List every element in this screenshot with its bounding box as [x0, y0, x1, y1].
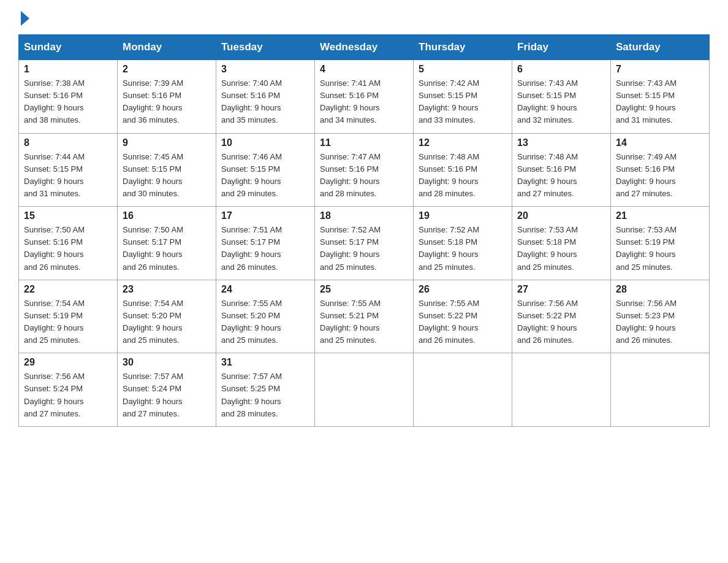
day-cell [414, 353, 512, 427]
logo [18, 12, 29, 23]
day-number: 6 [517, 64, 605, 75]
day-info: Sunrise: 7:45 AMSunset: 5:15 PMDaylight:… [123, 151, 211, 201]
week-row-3: 15Sunrise: 7:50 AMSunset: 5:16 PMDayligh… [19, 207, 710, 280]
day-number: 11 [320, 137, 408, 148]
day-cell: 23Sunrise: 7:54 AMSunset: 5:20 PMDayligh… [118, 280, 216, 353]
day-info: Sunrise: 7:55 AMSunset: 5:21 PMDaylight:… [320, 297, 408, 347]
day-cell: 5Sunrise: 7:42 AMSunset: 5:15 PMDaylight… [414, 60, 512, 134]
header-friday: Friday [512, 35, 611, 60]
header-wednesday: Wednesday [315, 35, 414, 60]
day-info: Sunrise: 7:44 AMSunset: 5:15 PMDaylight:… [24, 151, 112, 201]
day-cell: 13Sunrise: 7:48 AMSunset: 5:16 PMDayligh… [512, 133, 611, 207]
day-cell: 8Sunrise: 7:44 AMSunset: 5:15 PMDaylight… [19, 133, 118, 207]
header-row: SundayMondayTuesdayWednesdayThursdayFrid… [19, 35, 710, 60]
day-info: Sunrise: 7:57 AMSunset: 5:24 PMDaylight:… [123, 370, 211, 420]
day-number: 15 [24, 210, 112, 221]
day-cell: 18Sunrise: 7:52 AMSunset: 5:17 PMDayligh… [315, 207, 414, 280]
day-number: 14 [616, 137, 704, 148]
day-info: Sunrise: 7:56 AMSunset: 5:22 PMDaylight:… [517, 297, 605, 347]
day-number: 8 [24, 137, 112, 148]
day-cell: 14Sunrise: 7:49 AMSunset: 5:16 PMDayligh… [611, 133, 710, 207]
day-number: 3 [221, 64, 309, 75]
day-info: Sunrise: 7:52 AMSunset: 5:18 PMDaylight:… [419, 224, 507, 274]
day-number: 27 [517, 284, 605, 295]
day-info: Sunrise: 7:43 AMSunset: 5:15 PMDaylight:… [616, 77, 704, 127]
day-cell: 2Sunrise: 7:39 AMSunset: 5:16 PMDaylight… [118, 60, 216, 134]
day-cell [512, 353, 611, 427]
calendar-table: SundayMondayTuesdayWednesdayThursdayFrid… [18, 34, 710, 427]
day-cell: 1Sunrise: 7:38 AMSunset: 5:16 PMDaylight… [19, 60, 118, 134]
day-number: 10 [221, 137, 309, 148]
day-number: 29 [24, 357, 112, 368]
day-number: 26 [419, 284, 507, 295]
day-info: Sunrise: 7:50 AMSunset: 5:17 PMDaylight:… [123, 224, 211, 274]
day-cell: 16Sunrise: 7:50 AMSunset: 5:17 PMDayligh… [118, 207, 216, 280]
day-cell: 28Sunrise: 7:56 AMSunset: 5:23 PMDayligh… [611, 280, 710, 353]
day-number: 7 [616, 64, 704, 75]
day-number: 9 [123, 137, 211, 148]
header-sunday: Sunday [19, 35, 118, 60]
day-cell: 11Sunrise: 7:47 AMSunset: 5:16 PMDayligh… [315, 133, 414, 207]
day-info: Sunrise: 7:55 AMSunset: 5:20 PMDaylight:… [221, 297, 309, 347]
logo-arrow-icon [21, 11, 29, 26]
day-info: Sunrise: 7:54 AMSunset: 5:19 PMDaylight:… [24, 297, 112, 347]
day-info: Sunrise: 7:52 AMSunset: 5:17 PMDaylight:… [320, 224, 408, 274]
week-row-1: 1Sunrise: 7:38 AMSunset: 5:16 PMDaylight… [19, 60, 710, 134]
day-info: Sunrise: 7:49 AMSunset: 5:16 PMDaylight:… [616, 151, 704, 201]
day-number: 2 [123, 64, 211, 75]
day-cell: 30Sunrise: 7:57 AMSunset: 5:24 PMDayligh… [118, 353, 216, 427]
day-info: Sunrise: 7:41 AMSunset: 5:16 PMDaylight:… [320, 77, 408, 127]
day-cell: 22Sunrise: 7:54 AMSunset: 5:19 PMDayligh… [19, 280, 118, 353]
day-cell: 31Sunrise: 7:57 AMSunset: 5:25 PMDayligh… [216, 353, 315, 427]
day-cell: 20Sunrise: 7:53 AMSunset: 5:18 PMDayligh… [512, 207, 611, 280]
day-info: Sunrise: 7:50 AMSunset: 5:16 PMDaylight:… [24, 224, 112, 274]
day-number: 16 [123, 210, 211, 221]
day-cell: 19Sunrise: 7:52 AMSunset: 5:18 PMDayligh… [414, 207, 512, 280]
day-cell: 4Sunrise: 7:41 AMSunset: 5:16 PMDaylight… [315, 60, 414, 134]
day-info: Sunrise: 7:54 AMSunset: 5:20 PMDaylight:… [123, 297, 211, 347]
day-info: Sunrise: 7:47 AMSunset: 5:16 PMDaylight:… [320, 151, 408, 201]
day-cell [315, 353, 414, 427]
day-number: 23 [123, 284, 211, 295]
day-number: 1 [24, 64, 112, 75]
day-number: 12 [419, 137, 507, 148]
day-info: Sunrise: 7:53 AMSunset: 5:18 PMDaylight:… [517, 224, 605, 274]
day-cell: 17Sunrise: 7:51 AMSunset: 5:17 PMDayligh… [216, 207, 315, 280]
day-cell: 6Sunrise: 7:43 AMSunset: 5:15 PMDaylight… [512, 60, 611, 134]
header-monday: Monday [118, 35, 216, 60]
day-info: Sunrise: 7:40 AMSunset: 5:16 PMDaylight:… [221, 77, 309, 127]
day-number: 24 [221, 284, 309, 295]
day-info: Sunrise: 7:43 AMSunset: 5:15 PMDaylight:… [517, 77, 605, 127]
day-cell: 29Sunrise: 7:56 AMSunset: 5:24 PMDayligh… [19, 353, 118, 427]
page-header [18, 12, 710, 23]
day-info: Sunrise: 7:53 AMSunset: 5:19 PMDaylight:… [616, 224, 704, 274]
day-info: Sunrise: 7:48 AMSunset: 5:16 PMDaylight:… [419, 151, 507, 201]
week-row-5: 29Sunrise: 7:56 AMSunset: 5:24 PMDayligh… [19, 353, 710, 427]
day-info: Sunrise: 7:48 AMSunset: 5:16 PMDaylight:… [517, 151, 605, 201]
day-cell: 12Sunrise: 7:48 AMSunset: 5:16 PMDayligh… [414, 133, 512, 207]
day-number: 18 [320, 210, 408, 221]
day-info: Sunrise: 7:39 AMSunset: 5:16 PMDaylight:… [123, 77, 211, 127]
day-info: Sunrise: 7:38 AMSunset: 5:16 PMDaylight:… [24, 77, 112, 127]
day-number: 22 [24, 284, 112, 295]
header-saturday: Saturday [611, 35, 710, 60]
week-row-2: 8Sunrise: 7:44 AMSunset: 5:15 PMDaylight… [19, 133, 710, 207]
day-cell: 27Sunrise: 7:56 AMSunset: 5:22 PMDayligh… [512, 280, 611, 353]
day-info: Sunrise: 7:56 AMSunset: 5:23 PMDaylight:… [616, 297, 704, 347]
day-cell: 7Sunrise: 7:43 AMSunset: 5:15 PMDaylight… [611, 60, 710, 134]
day-number: 5 [419, 64, 507, 75]
day-number: 30 [123, 357, 211, 368]
day-number: 25 [320, 284, 408, 295]
day-info: Sunrise: 7:56 AMSunset: 5:24 PMDaylight:… [24, 370, 112, 420]
day-cell: 26Sunrise: 7:55 AMSunset: 5:22 PMDayligh… [414, 280, 512, 353]
day-number: 19 [419, 210, 507, 221]
day-number: 21 [616, 210, 704, 221]
day-number: 31 [221, 357, 309, 368]
day-cell: 3Sunrise: 7:40 AMSunset: 5:16 PMDaylight… [216, 60, 315, 134]
day-number: 4 [320, 64, 408, 75]
day-info: Sunrise: 7:57 AMSunset: 5:25 PMDaylight:… [221, 370, 309, 420]
day-cell: 21Sunrise: 7:53 AMSunset: 5:19 PMDayligh… [611, 207, 710, 280]
day-number: 13 [517, 137, 605, 148]
day-number: 28 [616, 284, 704, 295]
day-info: Sunrise: 7:46 AMSunset: 5:15 PMDaylight:… [221, 151, 309, 201]
